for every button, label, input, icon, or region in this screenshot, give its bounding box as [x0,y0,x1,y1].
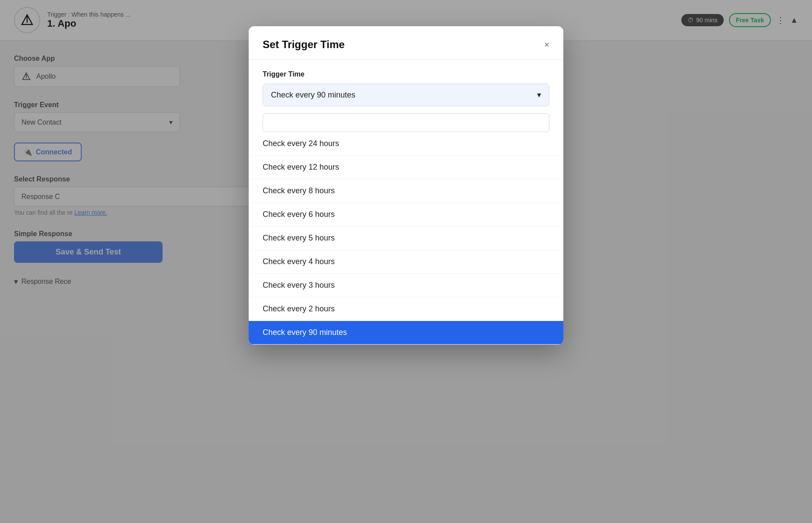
modal-header: Set Trigger Time × [249,26,563,60]
set-trigger-time-modal: Set Trigger Time × Trigger Time Check ev… [249,26,563,345]
list-item[interactable]: Check every 24 hours [249,132,563,156]
dropdown-arrow-icon: ▾ [537,90,541,100]
list-item[interactable]: Check every 4 hours [249,250,563,274]
list-item[interactable]: Check every 3 hours [249,274,563,297]
list-item[interactable]: Check every 6 hours [249,203,563,227]
modal-close-button[interactable]: × [544,40,549,49]
list-item[interactable]: Check every 2 hours [249,297,563,321]
trigger-time-options-list: Check every 24 hours Check every 12 hour… [249,132,563,345]
list-item[interactable]: Check every 5 hours [249,227,563,250]
trigger-time-label: Trigger Time [263,70,549,78]
dropdown-search-input[interactable] [263,113,549,132]
list-item-selected[interactable]: Check every 90 minutes [249,321,563,345]
background-page: Trigger : When this happens ... 1. Apo ⏱… [0,0,812,523]
list-item[interactable]: Check every 8 hours [249,179,563,203]
selected-option-label: Check every 90 minutes [271,91,355,100]
trigger-time-dropdown[interactable]: Check every 90 minutes ▾ [263,84,549,106]
modal-body: Trigger Time Check every 90 minutes ▾ [249,60,563,132]
list-item[interactable]: Check every 12 hours [249,156,563,179]
modal-title: Set Trigger Time [263,38,345,51]
